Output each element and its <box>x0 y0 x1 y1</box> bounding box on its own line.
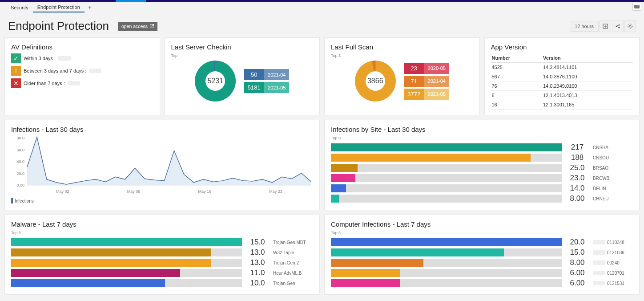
appver-row[interactable]: 6 12.1.4013.4013 <box>491 91 633 100</box>
donut-legend-row[interactable]: 50 2021-04 <box>244 69 289 80</box>
folder-button[interactable] <box>632 3 641 11</box>
appver-version: 14.2.4814.1101 <box>542 63 633 72</box>
checkin-subtitle: Top <box>171 53 314 58</box>
appver-row[interactable]: 76 14.0.2349.0100 <box>491 81 633 91</box>
hbar-track <box>11 248 242 256</box>
hbar-label: CNSOU <box>593 155 633 160</box>
hbar-row[interactable]: 14.0 DELIN <box>331 184 633 193</box>
hbar-row[interactable]: 15.0 0121036 <box>331 248 633 257</box>
malware7-subtitle: Top 5 <box>11 231 313 235</box>
donut-legend-label: 2021-05 <box>424 89 449 100</box>
hbar-track <box>331 238 562 246</box>
av-def-row: ✓ Within 3 days : <box>11 53 153 63</box>
appver-version: 12.1.4013.4013 <box>542 91 633 100</box>
av-def-title: AV Definitions <box>11 43 153 51</box>
hbar-fill <box>331 238 562 246</box>
hbar-value: 6.00 <box>565 279 589 288</box>
hbar-track <box>331 184 562 192</box>
donut-legend-label: 2020-05 <box>424 63 449 74</box>
label-redacted <box>593 250 605 255</box>
appver-version: 12.1.3001.165 <box>542 100 633 110</box>
appver-row[interactable]: 4525 14.2.4814.1101 <box>491 63 633 72</box>
comp7-subtitle: Top 5 <box>331 231 633 235</box>
av-def-label: Between 3 days and 7 days : <box>24 68 86 73</box>
checkin-title: Last Server Checkin <box>171 43 314 51</box>
appver-number: 76 <box>491 81 543 91</box>
donut-legend-row[interactable]: 3772 2021-05 <box>404 89 449 100</box>
hbar-label: Trojan.Gen.2 <box>273 260 313 265</box>
hbar-row[interactable]: 6.00 0120701 <box>331 268 633 277</box>
appver-col-number: Number <box>491 53 543 63</box>
hbar-row[interactable]: 6.00 0121531 <box>331 279 633 288</box>
av-def-value-redacted <box>68 81 80 85</box>
hbar-value: 13.0 <box>246 258 270 267</box>
hbar-value: 15.0 <box>246 238 270 247</box>
hbar-value: 15.0 <box>565 248 589 257</box>
open-access-label: open access <box>121 24 148 29</box>
hbar-value: 10.0 <box>246 279 270 288</box>
hbar-row[interactable]: 217 CNSHA <box>331 143 633 152</box>
appver-title: App Version <box>491 43 633 51</box>
y-tick: 40.0 <box>16 159 24 164</box>
hbar-value: 13.0 <box>246 248 270 257</box>
card-infections-30: Infections - Last 30 days 80.060.040.020… <box>4 120 320 210</box>
hbar-row[interactable]: 15.0 Trojan.Gen.MBT <box>11 238 313 247</box>
status-icon: ✕ <box>11 78 21 88</box>
open-access-button[interactable]: open access <box>118 22 157 31</box>
donut-legend-label: 2021-04 <box>424 76 449 87</box>
hbar-row[interactable]: 10.0 Trojan.Gen <box>11 279 313 288</box>
inf30-legend: Infections <box>11 198 313 203</box>
card-malware-7: Malware - Last 7 days Top 5 15.0 Trojan.… <box>4 215 320 295</box>
x-tick: May 23 <box>269 189 282 194</box>
hbar-row[interactable]: 20.0 0110348 <box>331 238 633 247</box>
appver-row[interactable]: 567 14.0.3876.1100 <box>491 72 633 81</box>
hbar-row[interactable]: 188 CNSOU <box>331 153 633 162</box>
x-tick: May 09 <box>127 189 141 194</box>
page-header: Endpoint Protection open access 12 hours <box>0 13 644 37</box>
inf30-line-svg <box>27 136 311 186</box>
scan-donut[interactable]: 3866 <box>355 61 396 102</box>
hbar-fill <box>11 259 211 267</box>
tab-add[interactable]: + <box>85 4 95 11</box>
y-tick: 0.00 <box>16 183 24 187</box>
hbar-row[interactable]: 25.0 BRSAO <box>331 163 633 172</box>
timerange-chip[interactable]: 12 hours <box>570 21 599 32</box>
hbar-fill <box>11 238 242 246</box>
hbar-value: 6.00 <box>565 268 589 277</box>
tab-endpoint-protection[interactable]: Endpoint Protection <box>33 2 85 12</box>
hbar-label: 0120701 <box>593 271 633 276</box>
hbar-row[interactable]: 11.0 Heur.AdvML.B <box>11 268 313 277</box>
card-last-server-checkin: Last Server Checkin Top 5231 50 2021-04 … <box>165 37 320 115</box>
label-redacted <box>593 260 605 265</box>
appver-row[interactable]: 16 12.1.3001.165 <box>491 100 633 110</box>
tab-bar: Security Endpoint Protection + <box>0 2 644 13</box>
donut-legend-label: 2021-04 <box>264 69 289 80</box>
header-toolbar: 12 hours <box>570 20 636 32</box>
malware7-title: Malware - Last 7 days <box>11 220 313 228</box>
hbar-fill <box>331 269 400 277</box>
y-tick: 20.0 <box>16 171 24 176</box>
export-button[interactable] <box>600 20 611 32</box>
hbar-track <box>331 164 562 172</box>
hbar-row[interactable]: 23.0 BRCWB <box>331 174 633 183</box>
hbar-row[interactable]: 13.0 W32.Tapin <box>11 248 313 257</box>
hbar-row[interactable]: 13.0 Trojan.Gen.2 <box>11 258 313 267</box>
page-title: Endpoint Protection <box>8 19 109 33</box>
hbar-row[interactable]: 8.00 CHNEU <box>331 194 633 203</box>
hbar-fill <box>11 248 211 256</box>
status-icon: ✓ <box>11 53 21 63</box>
hbar-row[interactable]: 8.00 00240 <box>331 258 633 267</box>
scan-subtitle: Top 3 <box>331 53 473 58</box>
inf30-chart[interactable]: 80.060.040.020.00.00 May 02May 09May 16M… <box>11 136 313 194</box>
checkin-donut[interactable]: 5231 <box>195 61 236 102</box>
share-button[interactable] <box>612 20 624 32</box>
donut-legend-row[interactable]: 5181 2021-05 <box>244 82 289 93</box>
donut-legend-row[interactable]: 71 2021-04 <box>404 76 449 87</box>
donut-legend-row[interactable]: 23 2020-05 <box>404 63 449 74</box>
settings-button[interactable] <box>624 20 636 32</box>
hbar-value: 188 <box>565 153 589 162</box>
appver-number: 6 <box>491 91 543 100</box>
hbar-label: Trojan.Gen <box>273 281 313 286</box>
av-def-row: ✕ Older than 7 days : <box>11 78 153 88</box>
tab-security[interactable]: Security <box>6 3 33 12</box>
